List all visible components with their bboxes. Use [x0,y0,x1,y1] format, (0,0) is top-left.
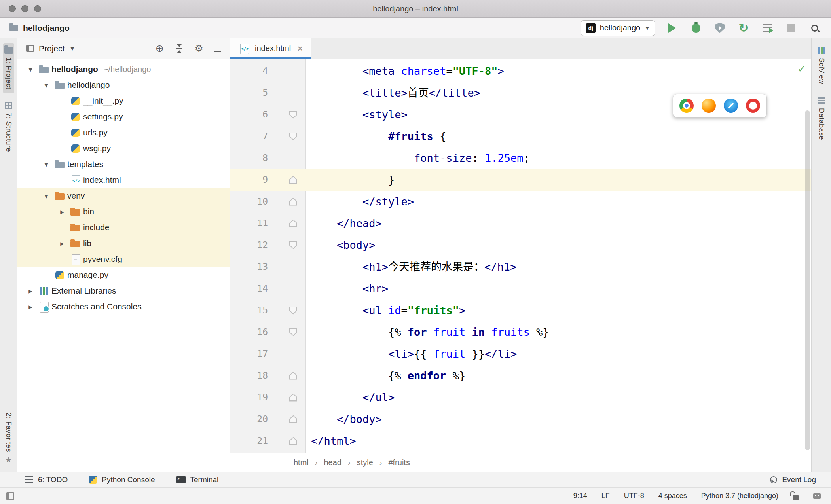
fold-marker-start[interactable] [281,133,305,140]
debug-button[interactable] [689,21,703,35]
code-line-13[interactable]: 13 <h1>今天推荐的水果是：</h1> [230,256,811,278]
tool-window-button-sciview[interactable]: SciView [816,43,827,88]
opera-browser-icon[interactable] [746,99,760,113]
unlocked-icon[interactable] [793,495,799,500]
run-with-coverage-button[interactable] [713,21,727,35]
chevron-down-icon[interactable]: ▼ [69,45,75,52]
tree-item-urls-py[interactable]: urls.py [17,125,230,140]
fold-marker-start[interactable] [281,307,305,315]
code-line-10[interactable]: 10 </style> [230,191,811,212]
expanded-arrow-icon[interactable]: ▾ [23,65,38,74]
breadcrumb-head[interactable]: head [324,458,342,467]
notifications-icon[interactable] [813,493,821,499]
code-line-12[interactable]: 12 <body> [230,234,811,256]
tree-item-init-py[interactable]: __init__.py [17,93,230,109]
code-line-8[interactable]: 8 font-size: 1.25em; [230,147,811,169]
collapsed-arrow-icon[interactable]: ▸ [23,286,38,296]
fold-marker-end[interactable] [281,198,305,206]
fold-marker-end[interactable] [281,415,305,423]
expanded-arrow-icon[interactable]: ▾ [39,81,54,90]
gear-icon[interactable]: ⚙ [195,44,203,53]
search-everywhere-button[interactable] [808,21,822,35]
tool-window-toggle-icon[interactable] [6,492,14,500]
collapsed-arrow-icon[interactable]: ▸ [55,239,70,248]
expanded-arrow-icon[interactable]: ▾ [39,191,54,201]
tree-item-include[interactable]: include [17,220,230,235]
close-tab-icon[interactable]: × [297,44,303,53]
tree-item-bin[interactable]: ▸bin [17,204,230,220]
tree-item-external-libraries[interactable]: ▸External Libraries [17,283,230,299]
profiler-button[interactable]: ↻ [737,21,750,35]
hide-panel-icon[interactable] [214,44,221,53]
fold-start-icon [289,241,297,249]
status-item-lf[interactable]: LF [601,492,610,500]
code-line-18[interactable]: 18 {% endfor %} [230,365,811,387]
safari-browser-icon[interactable] [724,99,738,113]
fold-marker-start[interactable] [281,241,305,249]
stop-button[interactable] [784,21,798,35]
tree-item-scratches-and-consoles[interactable]: ▸Scratches and Consoles [17,299,230,315]
fold-marker-end[interactable] [281,394,305,402]
collapse-all-icon[interactable] [175,44,184,53]
tool-window-button-2-favorites[interactable]: 2: Favorites★ [3,409,14,468]
code-line-14[interactable]: 14 <hr> [230,278,811,299]
code-line-19[interactable]: 19 </ul> [230,387,811,408]
fold-marker-end[interactable] [281,220,305,227]
run-configuration-selector[interactable]: dj hellodjango ▼ [581,20,655,36]
tab-index-html[interactable]: index.html × [230,38,311,59]
fold-marker-end[interactable] [281,437,305,445]
status-item-utf-8[interactable]: UTF-8 [624,492,644,500]
code-editor[interactable]: 4 <meta charset="UTF-8">5 <title>首页</tit… [230,59,811,453]
fold-marker-end[interactable] [281,372,305,380]
project-panel-title[interactable]: Project [39,44,65,53]
editor-scrollbar[interactable] [805,110,810,450]
tool-window-button-terminal[interactable]: Terminal [176,476,219,484]
tree-item-hellodjango[interactable]: ▾hellodjango [17,77,230,93]
status-item-9-14[interactable]: 9:14 [573,492,587,500]
tree-item-index-html[interactable]: index.html [17,172,230,188]
run-button[interactable] [666,21,679,35]
tree-item-templates[interactable]: ▾templates [17,156,230,172]
breadcrumb-html[interactable]: html [294,458,309,467]
code-line-11[interactable]: 11 </head> [230,212,811,234]
tool-window-button-database[interactable]: Database [816,93,827,144]
project-breadcrumb[interactable]: hellodjango [9,23,70,33]
locate-file-icon[interactable]: ⊕ [156,44,164,53]
tree-item-hellodjango[interactable]: ▾hellodjango~/hellodjango [17,61,230,77]
code-line-17[interactable]: 17 <li>{{ fruit }}</li> [230,343,811,365]
collapsed-arrow-icon[interactable]: ▸ [23,302,38,311]
fold-marker-end[interactable] [281,176,305,184]
code-line-7[interactable]: 7 #fruits { [230,125,811,147]
tool-window-button-6-todo[interactable]: 6: TODO [25,476,68,484]
breadcrumb-fruits[interactable]: #fruits [388,458,410,467]
breadcrumb-style[interactable]: style [357,458,373,467]
tree-item-venv[interactable]: ▾venv [17,188,230,204]
tree-item-manage-py[interactable]: manage.py [17,267,230,283]
code-line-15[interactable]: 15 <ul id="fruits"> [230,299,811,321]
tool-window-button-event-log[interactable]: Event Log [770,476,816,484]
chrome-browser-icon[interactable] [679,99,694,113]
collapsed-arrow-icon[interactable]: ▸ [55,207,70,216]
fold-marker-start[interactable] [281,328,305,336]
tool-window-button-python-console[interactable]: Python Console [89,476,155,484]
code-line-4[interactable]: 4 <meta charset="UTF-8"> [230,60,811,82]
bug-icon [692,23,700,33]
tree-item-wsgi-py[interactable]: wsgi.py [17,140,230,156]
code-line-21[interactable]: 21</html> [230,430,811,452]
tree-item-settings-py[interactable]: settings.py [17,109,230,125]
minus-icon [214,51,221,52]
fold-marker-start[interactable] [281,111,305,119]
code-line-16[interactable]: 16 {% for fruit in fruits %} [230,321,811,343]
tree-item-pyvenv-cfg[interactable]: pyvenv.cfg [17,251,230,267]
run-configurations-list-button[interactable] [761,21,774,35]
status-item-python-3-7-hellodjango[interactable]: Python 3.7 (hellodjango) [701,492,778,500]
tool-window-button-1-project[interactable]: 1: Project [3,43,14,93]
code-line-20[interactable]: 20 </body> [230,408,811,430]
status-item-4-spaces[interactable]: 4 spaces [658,492,687,500]
tool-window-button-7-structure[interactable]: 7: Structure [3,98,14,156]
tree-item-lib[interactable]: ▸lib [17,235,230,251]
code-line-9[interactable]: 9 } [230,169,811,191]
expanded-arrow-icon[interactable]: ▾ [39,160,54,169]
firefox-browser-icon[interactable] [702,99,716,113]
inspection-ok-icon[interactable]: ✓ [798,62,805,75]
